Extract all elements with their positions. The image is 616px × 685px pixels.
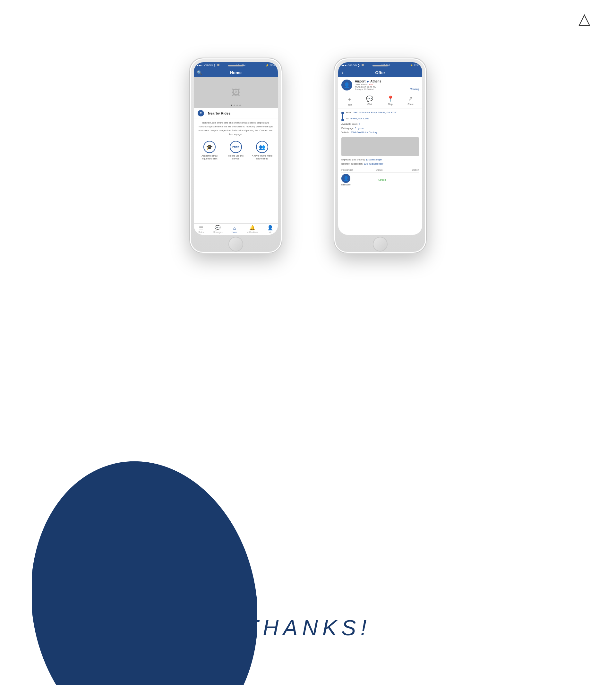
offer-route-line: Airport ▶ Athens — [355, 80, 408, 83]
gas-info: Expected gas sharing: $30/passenger Bonn… — [338, 157, 422, 168]
phone1-speaker — [228, 65, 243, 66]
passenger-status: Agreed — [378, 178, 386, 181]
col-status: Status — [376, 169, 382, 171]
tab-bar: ☰ Rides 💬 Messages ⌂ Home 🔔 Notification… — [194, 223, 278, 235]
from-address-link: 6000 N Terminal Pkwy, Atlanta, GA 30320 — [353, 111, 397, 114]
dot-4 — [239, 105, 241, 106]
phone2-screen: ●●●○ VIRGIN ❯ 4:21 PM ⚡ 22% ‹ Offer 👤 Ai… — [338, 62, 422, 235]
me-label: Me — [269, 231, 272, 233]
route-from: Airport — [355, 80, 366, 83]
banner-dots — [231, 105, 241, 106]
action-share[interactable]: ↗ Share — [408, 95, 414, 106]
offer-date: 09/30/2015 12:00 PM — [355, 86, 408, 88]
route-arrow-icon: ▶ — [367, 80, 369, 83]
rides-icon: ☰ — [199, 225, 203, 231]
free-icon-circle: FREE — [230, 141, 242, 153]
nearby-divider — [206, 111, 206, 115]
phone-2: ●●●○ VIRGIN ❯ 4:21 PM ⚡ 22% ‹ Offer 👤 Ai… — [334, 58, 427, 253]
phone2-speaker — [373, 65, 388, 66]
route-to: Athens — [370, 80, 381, 83]
dot-2 — [234, 105, 235, 106]
phone1-home-button[interactable] — [228, 237, 243, 251]
triangle-icon: △ — [578, 10, 590, 27]
vehicle-detail: Vehicle: 2004 Gold Buick Century — [342, 131, 419, 135]
app-description: Bonnect.com offers safe and smart campus… — [194, 118, 278, 139]
tab-home[interactable]: ⌂ Home — [232, 225, 237, 233]
nearby-rides-title: Nearby Rides — [208, 111, 230, 115]
chat-icon: 💬 — [366, 95, 373, 102]
phone2-navbar: ‹ Offer — [338, 68, 422, 77]
banner-image-icon: 🖼 — [232, 88, 240, 97]
me-icon: 👤 — [267, 225, 273, 231]
passenger-avatar: 👤 — [342, 174, 350, 183]
home-label: Home — [232, 231, 237, 233]
offer-avatar: 👤 — [342, 80, 352, 90]
phone2-carrier: ●●●○ VIRGIN ❯ — [342, 64, 360, 67]
messages-icon: 💬 — [215, 225, 221, 231]
map-placeholder — [342, 137, 419, 156]
action-chat[interactable]: 💬 Chat — [366, 95, 373, 106]
phone1-navbar: 🔍 Home — [194, 68, 278, 77]
passenger-table: Passenger Status Option 👤 first name Agr… — [338, 168, 422, 187]
battery-level: 22% — [269, 64, 274, 67]
share-icon: ↗ — [408, 95, 413, 102]
col-option: Option — [412, 169, 419, 171]
features-row: 🎓 Academic email required to start FREE … — [194, 139, 278, 163]
academic-icon-circle: 🎓 — [203, 141, 216, 153]
tab-me[interactable]: 👤 Me — [267, 225, 273, 233]
nearby-rides-section: C Nearby Rides — [194, 108, 278, 118]
offer-username: Mr.wang — [410, 88, 419, 90]
rides-label: Rides — [198, 231, 204, 233]
notifications-label: Notifications — [246, 231, 258, 233]
offer-status-line: Offer Status: Full — [355, 83, 408, 86]
phone1-screen: ●●●○ VIRGIN ❯ 4:21 PM ⚡ 22% 🔍 Home 🖼 — [194, 62, 278, 235]
home-icon: ⌂ — [233, 225, 236, 231]
dot-3 — [237, 105, 238, 106]
seats-detail: Available seats: 3 — [342, 122, 419, 127]
offer-today: Today at 10:00 AM — [355, 88, 408, 90]
bluetooth-icon: ⚡ — [266, 64, 269, 67]
search-icon[interactable]: 🔍 — [197, 70, 202, 75]
status-value: Full — [369, 83, 373, 86]
academic-label: Academic email required to start — [198, 154, 221, 160]
bonnect-suggestion: Bonnect suggestion: $20-40/passenger — [342, 162, 419, 166]
free-label: Free to use this service — [224, 154, 247, 160]
age-detail: Driving age: 5+ years — [342, 127, 419, 131]
banner-area: 🖼 — [194, 77, 278, 108]
action-map[interactable]: 📍 Map — [387, 95, 394, 106]
feature-free: FREE Free to use this service — [224, 141, 247, 160]
friends-label: A novel way to make new friends — [250, 154, 274, 160]
back-icon[interactable]: ‹ — [342, 69, 343, 76]
blue-curve-decoration — [32, 396, 257, 685]
feature-academic: 🎓 Academic email required to start — [198, 141, 221, 160]
passenger-row: 👤 first name Agreed — [342, 174, 419, 186]
chat-label: Chat — [367, 103, 372, 105]
phone1-nav-title: Home — [230, 70, 242, 75]
nearby-icon-circle: C — [198, 110, 204, 116]
route-to-detail: To: Athens, GA 30602 — [346, 117, 397, 121]
map-label: Map — [388, 103, 393, 105]
phone2-camera — [361, 64, 364, 66]
phone2-home-button[interactable] — [373, 237, 388, 251]
action-buttons-row: ＋ Join 💬 Chat 📍 Map ↗ Share — [338, 93, 422, 108]
feature-friends: 👥 A novel way to make new friends — [250, 141, 274, 160]
route-from-detail: From: 6000 N Terminal Pkwy, Atlanta, GA … — [346, 111, 397, 115]
notifications-icon: 🔔 — [249, 225, 256, 231]
tab-messages[interactable]: 💬 Messages — [213, 225, 223, 233]
phone-1: ●●●○ VIRGIN ❯ 4:21 PM ⚡ 22% 🔍 Home 🖼 — [189, 58, 282, 253]
route-details: From: 6000 N Terminal Pkwy, Atlanta, GA … — [338, 108, 422, 137]
passenger-info: 👤 first name — [342, 174, 351, 186]
phone1-carrier: ●●●○ VIRGIN ❯ — [197, 64, 216, 67]
tab-rides[interactable]: ☰ Rides — [198, 225, 204, 233]
dot-1 — [231, 105, 232, 106]
passenger-name: first name — [342, 183, 351, 186]
passenger-table-header: Passenger Status Option — [342, 169, 419, 173]
tab-notifications[interactable]: 🔔 Notifications — [246, 225, 258, 233]
logo-triangle: △ — [578, 9, 590, 28]
action-join[interactable]: ＋ Join — [347, 95, 353, 106]
expected-gas: Expected gas sharing: $30/passenger — [342, 158, 419, 162]
col-passenger: Passenger — [342, 169, 353, 171]
status-label: Offer Status: — [355, 83, 368, 86]
phone2-battery: ⚡ 22% — [410, 64, 419, 67]
thanks-text: THANKS! — [245, 615, 371, 640]
